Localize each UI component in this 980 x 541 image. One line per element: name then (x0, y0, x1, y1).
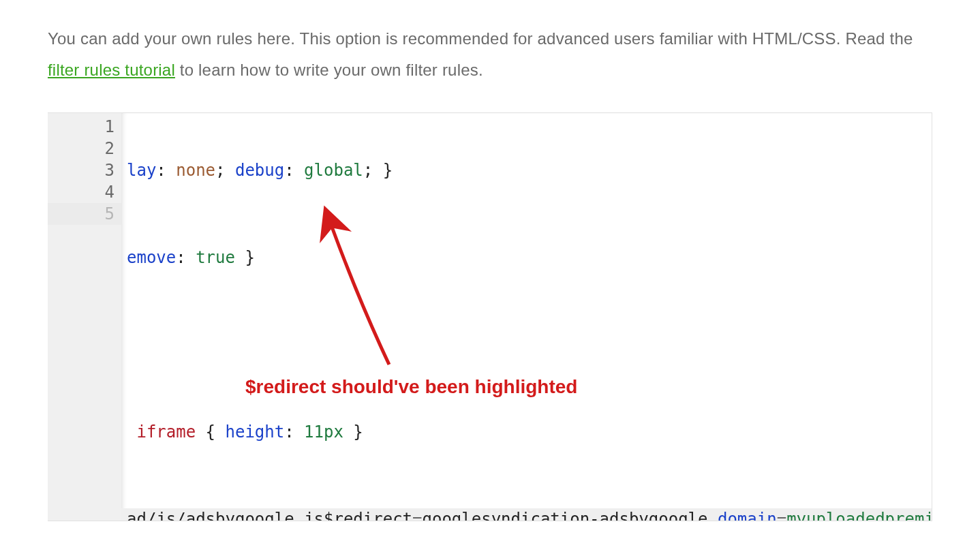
filter-tutorial-link[interactable]: filter rules tutorial (48, 61, 175, 79)
intro-part-1: You can add your own rules here. This op… (48, 29, 913, 48)
line-number: 1 (48, 116, 121, 138)
intro-text: You can add your own rules here. This op… (48, 23, 932, 85)
line-number: 3 (48, 159, 121, 181)
code-area[interactable]: lay: none; debug: global; } emove: true … (121, 113, 932, 521)
intro-part-2: to learn how to write your own filter ru… (175, 61, 483, 79)
code-line[interactable]: lay: none; debug: global; } (127, 159, 932, 181)
line-number-gutter: 1 2 3 4 5 (48, 113, 121, 521)
code-line[interactable]: iframe { height: 11px } (127, 421, 932, 443)
code-line-active[interactable]: ad/js/adsbygoogle.js$redirect=googlesynd… (127, 508, 932, 521)
filter-editor[interactable]: 1 2 3 4 5 lay: none; debug: global; } em… (48, 112, 932, 521)
line-number: 2 (48, 138, 121, 159)
code-line[interactable]: emove: true } (127, 247, 932, 268)
code-line[interactable] (127, 334, 932, 356)
line-number: 4 (48, 181, 121, 203)
